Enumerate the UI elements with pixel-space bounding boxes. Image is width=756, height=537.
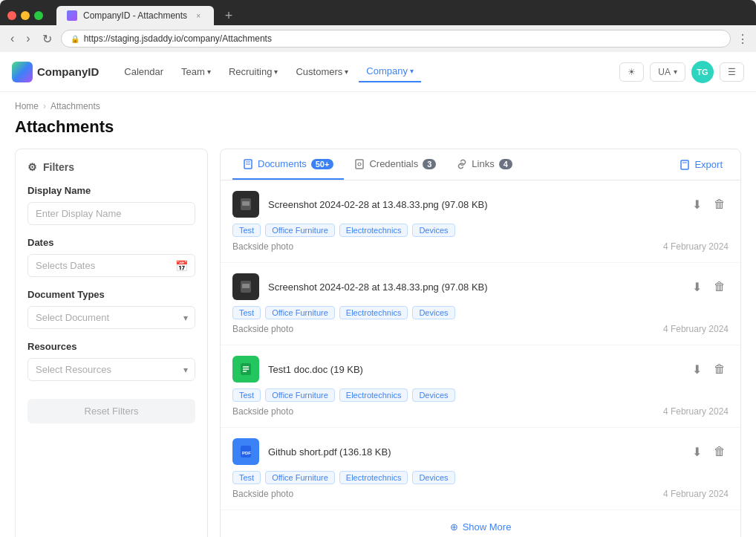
doc-file-icon (238, 362, 253, 377)
url-bar[interactable]: 🔒 https://staging.jsdaddy.io/company/Att… (61, 30, 731, 48)
url-text: https://staging.jsdaddy.io/company/Attac… (84, 33, 272, 44)
file-thumbnail (232, 356, 259, 383)
download-button[interactable]: ⬇ (689, 279, 705, 296)
documents-icon (243, 159, 253, 169)
list-item: PDF Github short.pdf (136.18 KB) ⬇ 🗑 Tes… (221, 428, 740, 510)
tag: Test (232, 388, 261, 402)
tab-credentials-label: Credentials (369, 158, 418, 169)
resources-section: Resources Select Resources ▾ (27, 341, 195, 381)
nav-calendar[interactable]: Calendar (117, 62, 171, 82)
file-tags: Test Office Furniture Electrotechnics De… (232, 388, 729, 402)
dates-wrap: 📅 (27, 254, 195, 277)
show-more-label: Show More (463, 521, 512, 533)
lock-icon: 🔒 (71, 35, 79, 43)
tag: Electrotechnics (339, 388, 408, 402)
plus-icon: ⊕ (450, 521, 458, 533)
tab-documents-label: Documents (258, 158, 307, 169)
svg-rect-3 (356, 160, 363, 169)
locale-btn[interactable]: UA ▾ (650, 62, 685, 82)
tag: Office Furniture (265, 388, 335, 402)
minimize-dot[interactable] (21, 11, 30, 20)
download-button[interactable]: ⬇ (689, 196, 705, 213)
dates-input[interactable] (27, 254, 195, 277)
list-item: Screenshot 2024-02-28 at 13.48.33.png (9… (221, 180, 740, 263)
file-meta: Backside photo 4 February 2024 (232, 324, 729, 334)
page-title: Attachments (15, 117, 741, 137)
nav-company[interactable]: Company ▾ (359, 61, 421, 82)
file-date: 4 February 2024 (663, 406, 729, 417)
display-name-input[interactable] (27, 202, 195, 225)
nav-team[interactable]: Team ▾ (174, 62, 218, 82)
file-actions: ⬇ 🗑 (689, 196, 729, 213)
tag: Electrotechnics (339, 471, 408, 484)
filter-icon: ⚙ (27, 161, 37, 173)
close-dot[interactable] (7, 11, 16, 20)
file-date: 4 February 2024 (663, 241, 729, 252)
recruiting-chevron-icon: ▾ (274, 68, 278, 76)
settings-btn[interactable]: ☀ (619, 62, 644, 82)
file-name: Screenshot 2024-02-28 at 13.48.33.png (9… (268, 281, 680, 293)
tab-title: CompanyID - Attachments (83, 10, 187, 21)
png-file-icon (238, 279, 253, 294)
forward-btn[interactable]: › (23, 30, 33, 47)
svg-rect-5 (681, 160, 688, 169)
file-thumbnail: PDF (232, 438, 259, 465)
resources-select[interactable]: Select Resources (27, 358, 195, 381)
file-actions: ⬇ 🗑 (689, 361, 729, 378)
download-button[interactable]: ⬇ (689, 443, 705, 460)
tab-favicon (67, 10, 77, 21)
back-btn[interactable]: ‹ (7, 30, 17, 47)
file-row: Screenshot 2024-02-28 at 13.48.33.png (9… (232, 273, 729, 300)
tab-links[interactable]: Links 4 (446, 149, 522, 180)
file-description: Backside photo (232, 406, 293, 417)
download-button[interactable]: ⬇ (689, 361, 705, 378)
file-name: Test1 doc.doc (19 KB) (268, 364, 680, 375)
top-nav: CompanyID Calendar Team ▾ Recruiting ▾ C… (0, 52, 756, 92)
tag: Office Furniture (265, 224, 335, 237)
active-browser-tab[interactable]: CompanyID - Attachments × (56, 6, 214, 25)
document-types-select[interactable]: Select Document (27, 306, 195, 329)
hamburger-btn[interactable]: ☰ (720, 62, 744, 82)
tab-close-btn[interactable]: × (193, 10, 203, 21)
file-row: Screenshot 2024-02-28 at 13.48.33.png (9… (232, 191, 729, 218)
file-list: Screenshot 2024-02-28 at 13.48.33.png (9… (221, 180, 740, 510)
credentials-icon (354, 159, 365, 169)
content-area: Home › Attachments Attachments ⚙ Filters… (0, 92, 756, 537)
nav-recruiting[interactable]: Recruiting ▾ (221, 62, 286, 82)
reset-filters-button[interactable]: Reset Filters (27, 399, 195, 423)
delete-button[interactable]: 🗑 (711, 361, 729, 378)
file-tags: Test Office Furniture Electrotechnics De… (232, 306, 729, 319)
display-name-section: Display Name (27, 185, 195, 225)
more-options-btn[interactable]: ⋮ (737, 32, 749, 46)
delete-button[interactable]: 🗑 (711, 196, 729, 213)
tag: Office Furniture (265, 471, 335, 484)
avatar[interactable]: TG (691, 61, 714, 83)
tab-documents[interactable]: Documents 50+ (232, 149, 344, 180)
tag: Devices (412, 471, 454, 484)
avatar-initials: TG (697, 68, 708, 77)
menu-icon: ☰ (728, 67, 736, 77)
tag: Electrotechnics (339, 306, 408, 319)
file-name: Github short.pdf (136.18 KB) (268, 446, 680, 458)
resources-label: Resources (27, 341, 195, 352)
file-thumbnail (232, 191, 259, 218)
logo[interactable]: CompanyID (12, 62, 99, 82)
show-more-button[interactable]: ⊕ Show More (450, 521, 512, 533)
tab-credentials[interactable]: Credentials 3 (344, 149, 446, 180)
maximize-dot[interactable] (34, 11, 43, 20)
delete-button[interactable]: 🗑 (711, 279, 729, 296)
browser-chrome: CompanyID - Attachments × + (0, 0, 756, 25)
svg-text:PDF: PDF (242, 451, 251, 455)
reload-btn[interactable]: ↻ (39, 30, 55, 48)
new-tab-btn[interactable]: + (220, 7, 238, 25)
filters-sidebar: ⚙ Filters Display Name Dates 📅 Document … (15, 149, 208, 537)
tag: Devices (412, 224, 454, 237)
breadcrumb-home[interactable]: Home (15, 101, 39, 111)
file-description: Backside photo (232, 241, 293, 252)
pdf-file-icon: PDF (238, 444, 253, 459)
delete-button[interactable]: 🗑 (711, 443, 729, 460)
sun-icon: ☀ (628, 67, 636, 77)
export-button[interactable]: Export (674, 153, 729, 176)
locale-label: UA (658, 67, 671, 77)
nav-customers[interactable]: Customers ▾ (288, 62, 356, 82)
